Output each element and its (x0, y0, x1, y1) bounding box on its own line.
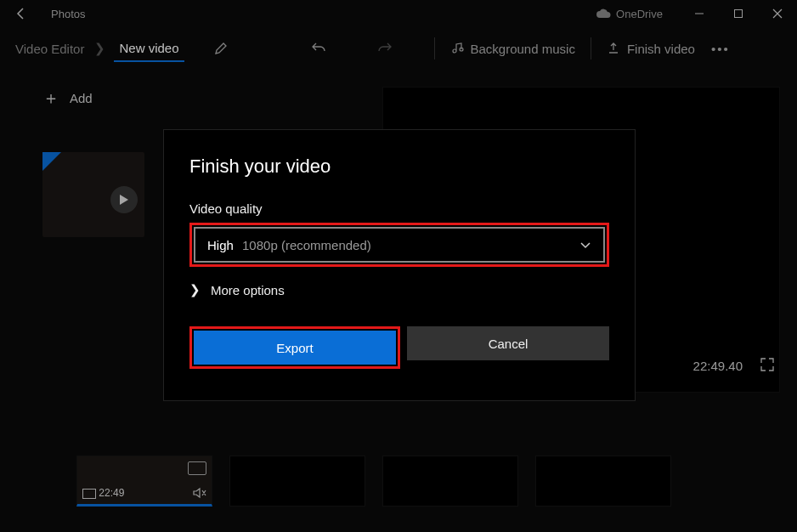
dialog-title: Finish your video (189, 156, 609, 178)
export-label: Export (276, 341, 313, 355)
cancel-button[interactable]: Cancel (407, 326, 609, 360)
finish-video-dialog: Finish your video Video quality High 108… (163, 129, 636, 401)
annotation-highlight: High 1080p (recommended) (189, 223, 609, 267)
video-quality-select[interactable]: High 1080p (recommended) (194, 227, 605, 263)
quality-label: Video quality (189, 201, 609, 216)
quality-value-prefix: High (207, 238, 234, 252)
cancel-label: Cancel (489, 337, 529, 351)
more-options-toggle[interactable]: ❯ More options (189, 282, 609, 297)
annotation-highlight: Export (189, 326, 400, 369)
chevron-down-icon (579, 238, 591, 252)
chevron-right-icon: ❯ (189, 282, 201, 297)
quality-value-suffix: 1080p (recommended) (242, 238, 371, 252)
export-button[interactable]: Export (194, 331, 396, 365)
more-options-label: More options (211, 283, 285, 297)
